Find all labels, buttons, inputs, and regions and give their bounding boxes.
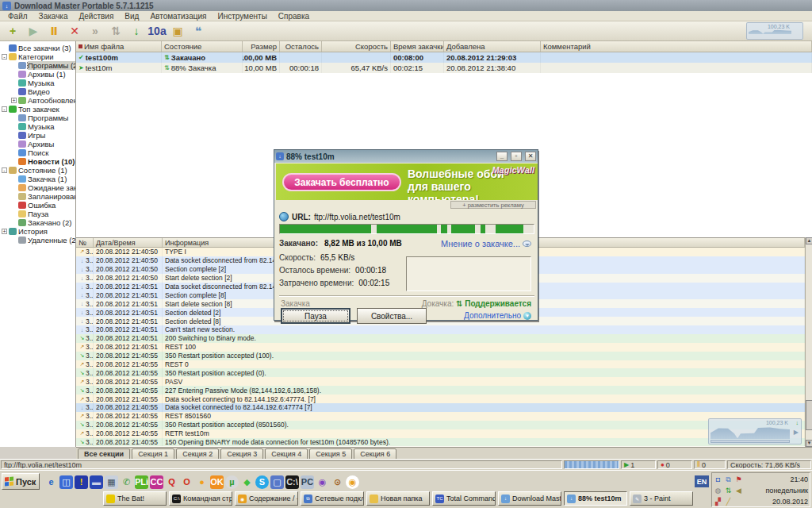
log-row[interactable]: 3... 20.08.2012 21:40:55 PASV bbox=[76, 377, 805, 386]
calculator-icon[interactable]: ▦ bbox=[105, 475, 118, 489]
sidebar-item[interactable]: - Состояние (1) bbox=[0, 166, 75, 175]
dialog-title-bar[interactable]: ↓ 88% test10m _ ▫ ✕ bbox=[274, 150, 538, 163]
task-button[interactable]: ⧉ Сетевые подключ... bbox=[301, 491, 364, 506]
pause-button[interactable]: Пауза bbox=[281, 308, 350, 324]
phone-icon[interactable]: ✆ bbox=[120, 475, 133, 489]
volume-tray-icon[interactable]: ◀ bbox=[734, 487, 743, 495]
start-icon[interactable]: ▶ bbox=[24, 23, 43, 40]
ok-icon[interactable]: OK bbox=[210, 475, 224, 489]
log-row[interactable]: 3... 20.08.2012 21:40:55 350 Restart pos… bbox=[76, 352, 805, 360]
sidebar-item[interactable]: Программы bbox=[0, 114, 75, 122]
opinion-link[interactable]: Мнение о закачке... bbox=[441, 239, 520, 248]
banner-download-button[interactable]: Закачать бесплатно bbox=[282, 173, 401, 191]
section-tab[interactable]: Секция 3 bbox=[220, 448, 263, 460]
menu-item[interactable]: Действия bbox=[75, 12, 119, 21]
opera-icon[interactable]: O bbox=[180, 475, 193, 489]
sidebar-item[interactable]: Новости (10) bbox=[0, 157, 75, 166]
vmware-icon[interactable]: ▢ bbox=[270, 475, 284, 489]
wand-tray-icon[interactable]: ╱ bbox=[724, 498, 733, 506]
utorrent-icon[interactable]: µ bbox=[225, 475, 239, 489]
log-row[interactable]: 3... 20.08.2012 21:40:55 350 Restart pos… bbox=[76, 368, 805, 377]
log-row[interactable]: 3... 20.08.2012 21:40:51 Can't start new… bbox=[76, 325, 805, 334]
column-status[interactable]: Состояние bbox=[162, 41, 243, 52]
log-scrollbar[interactable]: ▲ ▼ bbox=[805, 237, 812, 447]
tree-toggle-icon[interactable]: - bbox=[2, 167, 7, 173]
download-row[interactable]: ✔test100m ⇅Закачано 100,00 MB 00:08:00 2… bbox=[76, 52, 812, 63]
column-name[interactable]: Имя файла bbox=[76, 41, 162, 52]
delete-icon[interactable]: ✕ bbox=[65, 23, 84, 40]
chrome-icon[interactable]: ◉ bbox=[346, 475, 359, 489]
lan-tray-icon[interactable]: ⇅ bbox=[724, 487, 733, 495]
log-column-num[interactable]: № bbox=[76, 238, 94, 247]
network-tray-icon[interactable]: ⧉ bbox=[724, 475, 733, 484]
sidebar-item[interactable]: Музыка bbox=[0, 122, 75, 131]
more-link[interactable]: Дополнительно ▾ bbox=[464, 311, 531, 320]
sidebar-item[interactable]: Закачка (1) bbox=[0, 175, 75, 183]
place-ad-link[interactable]: + разместить рекламу bbox=[450, 201, 536, 209]
log-row[interactable]: 3... 20.08.2012 21:40:55 227 Entering Pa… bbox=[76, 386, 805, 394]
sidebar-item[interactable]: Архивы bbox=[0, 140, 75, 148]
section-tab[interactable]: Секция 2 bbox=[176, 448, 219, 460]
column-size[interactable]: Размер bbox=[243, 41, 280, 52]
tree-toggle-icon[interactable]: + bbox=[2, 229, 7, 234]
task-button[interactable]: The Bat! bbox=[103, 491, 167, 506]
pc-icon[interactable]: PC bbox=[301, 475, 314, 489]
menu-item[interactable]: Инструменты bbox=[213, 12, 271, 21]
tree-toggle-icon[interactable]: - bbox=[2, 54, 7, 60]
video-convert-icon[interactable]: 10a bbox=[147, 23, 167, 40]
cmd-icon[interactable]: C:\ bbox=[285, 475, 299, 489]
start-button[interactable]: Пуск bbox=[2, 473, 40, 490]
ie-icon[interactable]: e bbox=[44, 475, 58, 489]
lang-flag-tray-icon[interactable]: ▞ bbox=[714, 498, 722, 506]
log-row[interactable]: 3... 20.08.2012 21:40:51 REST 100 bbox=[76, 343, 805, 352]
section-tab[interactable]: Секция 1 bbox=[132, 448, 174, 460]
language-indicator[interactable]: EN bbox=[695, 475, 709, 487]
site-manager-icon[interactable]: ▣ bbox=[168, 23, 187, 40]
sims-icon[interactable]: ◆ bbox=[240, 475, 254, 489]
cc-icon[interactable]: CC bbox=[150, 475, 163, 489]
picasa-icon[interactable]: ◉ bbox=[316, 475, 329, 489]
task-button[interactable]: ✎ 3 - Paint bbox=[630, 491, 693, 506]
log-row[interactable]: 3... 20.08.2012 21:40:55 REST 0 bbox=[76, 360, 805, 369]
log-row[interactable]: 3... 20.08.2012 21:40:55 REST 8501560 bbox=[76, 412, 805, 421]
column-comment[interactable]: Комментарий bbox=[541, 41, 812, 52]
section-tab[interactable]: Все секции bbox=[78, 448, 130, 460]
sidebar-item[interactable]: Видео bbox=[0, 87, 75, 96]
sidebar-item[interactable]: Удаленные (2) bbox=[0, 236, 75, 244]
scroll-up-icon[interactable]: ▲ bbox=[806, 237, 812, 244]
menu-item[interactable]: Вид bbox=[120, 12, 144, 21]
menu-item[interactable]: Закачка bbox=[34, 12, 73, 21]
column-added[interactable]: Добавлена bbox=[444, 41, 541, 52]
sidebar-item[interactable]: Программы (2) bbox=[0, 61, 75, 70]
move-icon[interactable]: ⇅ bbox=[106, 23, 125, 40]
pause-icon[interactable]: Ⅱ bbox=[44, 23, 63, 40]
section-tab[interactable]: Секция 5 bbox=[309, 448, 352, 460]
skip-icon[interactable]: » bbox=[86, 23, 105, 40]
log-row[interactable]: 3... 20.08.2012 21:40:55 150 Opening BIN… bbox=[76, 438, 805, 447]
sidebar-item[interactable]: - Категории bbox=[0, 52, 75, 61]
sidebar-item[interactable]: + История bbox=[0, 227, 75, 236]
section-tab[interactable]: Секция 4 bbox=[265, 448, 308, 460]
scrollbar-thumb[interactable] bbox=[806, 400, 812, 430]
sidebar-item[interactable]: Все закачки (3) bbox=[0, 44, 75, 52]
log-row[interactable]: 3... 20.08.2012 21:40:55 Data socket con… bbox=[76, 403, 805, 412]
pli-icon[interactable]: PLi bbox=[135, 475, 148, 489]
task-button[interactable]: ↓ Download Master bbox=[498, 491, 561, 506]
task-button[interactable]: TC Total Commander 7... bbox=[432, 491, 496, 506]
sidebar-item[interactable]: Ошибка bbox=[0, 201, 75, 210]
add-download-icon[interactable]: + bbox=[3, 23, 22, 40]
udc-search-icon[interactable]: ⊙ bbox=[331, 475, 344, 489]
section-tab[interactable]: Секция 6 bbox=[354, 448, 396, 460]
qip-icon[interactable]: Q bbox=[165, 475, 178, 489]
sidebar-item[interactable]: - Топ закачек bbox=[0, 105, 75, 114]
column-remaining[interactable]: Осталось bbox=[280, 41, 322, 52]
sidebar-item[interactable]: Ожидание закачки bbox=[0, 183, 75, 192]
chat-icon[interactable]: ❝ bbox=[189, 23, 208, 40]
column-time[interactable]: Время закачки bbox=[391, 41, 444, 52]
task-button[interactable]: ◉ Содержание / - Go... bbox=[235, 491, 298, 506]
scroll-down-icon[interactable]: ▼ bbox=[806, 440, 812, 447]
log-column-datetime[interactable]: Дата/Время bbox=[94, 238, 163, 247]
dm-tray-icon[interactable]: ◍ bbox=[714, 487, 722, 495]
tree-toggle-icon[interactable]: - bbox=[2, 106, 7, 112]
task-button[interactable]: ↓ 88% test10m bbox=[564, 491, 627, 506]
